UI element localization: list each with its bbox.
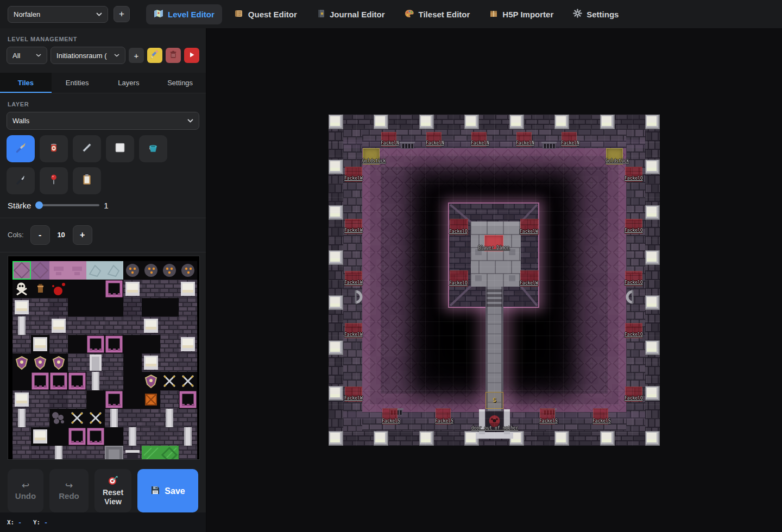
x-coordinate-value: - xyxy=(18,519,22,526)
nav-quest-editor[interactable]: Quest Editor xyxy=(226,4,305,24)
level-management-row: All Initiationsraum ( + xyxy=(0,47,206,64)
map-entity-torch[interactable]: FackelN xyxy=(562,132,577,147)
map-entities-overlay: FackelNFackelNFackelNFackelNFackelNGolds… xyxy=(329,115,660,446)
tab-tiles[interactable]: Tiles xyxy=(0,73,52,93)
tab-settings[interactable]: Settings xyxy=(154,73,206,93)
map-entity-torch[interactable]: FackelS xyxy=(540,408,555,425)
y-coordinate-label: Y: xyxy=(33,519,40,526)
floppy-disk-icon xyxy=(150,485,160,497)
map-entity-label: Goldstück xyxy=(606,159,629,163)
map-entity-torch[interactable]: FackelW xyxy=(345,323,362,338)
pushpin-icon xyxy=(49,174,59,187)
nav-h5p-importer[interactable]: H5P Importer xyxy=(482,4,561,24)
undo-button[interactable]: ↩ Undo xyxy=(8,469,43,512)
map-entity-label: FackelN xyxy=(381,141,399,145)
coordinate-status-bar: X: - Y: - xyxy=(0,512,206,532)
reset-view-button[interactable]: Reset View xyxy=(94,469,131,512)
tileset-canvas[interactable] xyxy=(8,256,200,460)
square-icon xyxy=(115,142,125,155)
tool-grid xyxy=(0,130,206,197)
map-entity-torch[interactable]: FackelN xyxy=(381,132,396,147)
add-project-button[interactable]: + xyxy=(113,6,130,22)
tab-entities[interactable]: Entities xyxy=(52,73,103,93)
nav-level-editor[interactable]: Level Editor xyxy=(146,4,222,24)
map-entity-torch[interactable]: FackelN xyxy=(516,132,532,147)
bucket-icon xyxy=(147,142,159,155)
map-entity-torch[interactable]: FackelW xyxy=(345,271,362,286)
nav-tileset-editor[interactable]: Tileset Editor xyxy=(397,4,478,24)
level-select[interactable]: Initiationsraum ( xyxy=(51,47,125,64)
level-map[interactable]: FackelNFackelNFackelNFackelNFackelNGolds… xyxy=(329,115,660,446)
map-entity-torch[interactable]: FackelO xyxy=(625,323,642,338)
nav-settings[interactable]: Settings xyxy=(565,4,626,24)
map-entity-torch[interactable]: FackelO xyxy=(625,167,642,182)
save-button[interactable]: Save xyxy=(137,469,198,512)
map-entity-torch[interactable]: FackelS xyxy=(436,408,451,425)
chevron-down-icon xyxy=(30,54,41,57)
map-entity-demon[interactable]: Blauer Dämon xyxy=(484,235,503,251)
cols-row: Cols: - 10 + xyxy=(0,220,206,250)
clipboard-tool-button[interactable] xyxy=(73,167,101,194)
map-entity-torch[interactable]: FackelW xyxy=(345,219,362,234)
map-entity-torch[interactable]: FackelS xyxy=(382,408,398,425)
map-entity-torch[interactable]: FackelN xyxy=(426,132,442,147)
map-entity-label: FackelW xyxy=(344,396,363,401)
map-entity-spawn[interactable]: S xyxy=(485,392,503,409)
editor-viewport[interactable]: FackelNFackelNFackelNFackelNFackelNGolds… xyxy=(206,28,782,532)
map-entity-torch[interactable]: FackelW xyxy=(520,270,539,287)
fill-bucket-tool-button[interactable] xyxy=(139,135,167,162)
redo-button[interactable]: ↪ Redo xyxy=(49,469,89,512)
map-entity-label: FackelN xyxy=(516,141,534,145)
play-level-button[interactable] xyxy=(184,48,199,63)
map-entity-torch[interactable]: FackelS xyxy=(593,408,608,425)
layer-select[interactable]: Walls xyxy=(7,112,199,130)
package-icon xyxy=(489,9,498,20)
edit-level-button[interactable] xyxy=(147,48,162,63)
project-select-value: Norfalen xyxy=(14,10,40,18)
pen-tool-button[interactable] xyxy=(7,167,35,194)
layer-title: LAYER xyxy=(8,101,198,107)
spray-can-tool-button[interactable] xyxy=(40,135,68,162)
map-entity-label: FackelW xyxy=(520,229,538,234)
map-entity-label: door out of nether xyxy=(471,426,519,430)
spray-can-icon xyxy=(48,142,59,155)
map-entity-door-label: door out of nether xyxy=(457,422,533,432)
map-entity-label: Blauer Dämon xyxy=(478,245,510,250)
panel-tabs: Tiles Entities Layers Settings xyxy=(0,73,206,93)
project-select[interactable]: Norfalen xyxy=(8,6,108,23)
map-entity-gold[interactable]: Goldstück xyxy=(363,148,380,164)
strength-slider[interactable] xyxy=(35,204,99,206)
ruler-tool-button[interactable] xyxy=(73,135,101,162)
map-entity-label: S xyxy=(486,392,503,408)
strength-row: Stärke 1 xyxy=(0,197,206,216)
map-entity-torch[interactable]: FackelN xyxy=(471,132,487,147)
cols-increase-button[interactable]: + xyxy=(73,225,92,245)
map-entity-gold[interactable]: Goldstück xyxy=(606,148,623,164)
map-entity-torch[interactable]: FackelW xyxy=(520,219,539,235)
map-entity-label: FackelO xyxy=(625,332,643,337)
level-filter-select[interactable]: All xyxy=(7,47,47,64)
sidebar: LEVEL MANAGEMENT All Initiationsraum ( +… xyxy=(0,28,206,532)
pushpin-tool-button[interactable] xyxy=(40,167,68,194)
trash-icon xyxy=(169,50,177,60)
cols-decrease-button[interactable]: - xyxy=(30,225,50,245)
add-level-button[interactable]: + xyxy=(129,48,144,63)
map-entity-label: FackelN xyxy=(561,141,579,145)
rectangle-tool-button[interactable] xyxy=(106,135,134,162)
map-entity-torch[interactable]: FackelW xyxy=(345,387,362,402)
map-entity-torch[interactable]: FackelO xyxy=(625,219,642,234)
map-entity-torch[interactable]: FackelO xyxy=(450,219,468,235)
undo-icon: ↩ xyxy=(22,481,29,490)
map-entity-torch[interactable]: FackelO xyxy=(450,270,468,287)
paintbrush-tool-button[interactable] xyxy=(7,135,35,162)
map-entity-label: FackelS xyxy=(592,419,611,423)
tab-layers[interactable]: Layers xyxy=(103,73,155,93)
map-entity-torch[interactable]: FackelO xyxy=(625,387,642,402)
map-entity-torch[interactable]: FackelO xyxy=(625,271,642,286)
x-coordinate-label: X: xyxy=(7,519,14,526)
map-entity-torch[interactable]: FackelW xyxy=(345,167,362,182)
nav-journal-editor[interactable]: Journal Editor xyxy=(309,4,393,24)
delete-level-button[interactable] xyxy=(166,48,181,63)
tileset-palette[interactable] xyxy=(8,256,200,460)
divider xyxy=(0,252,206,252)
